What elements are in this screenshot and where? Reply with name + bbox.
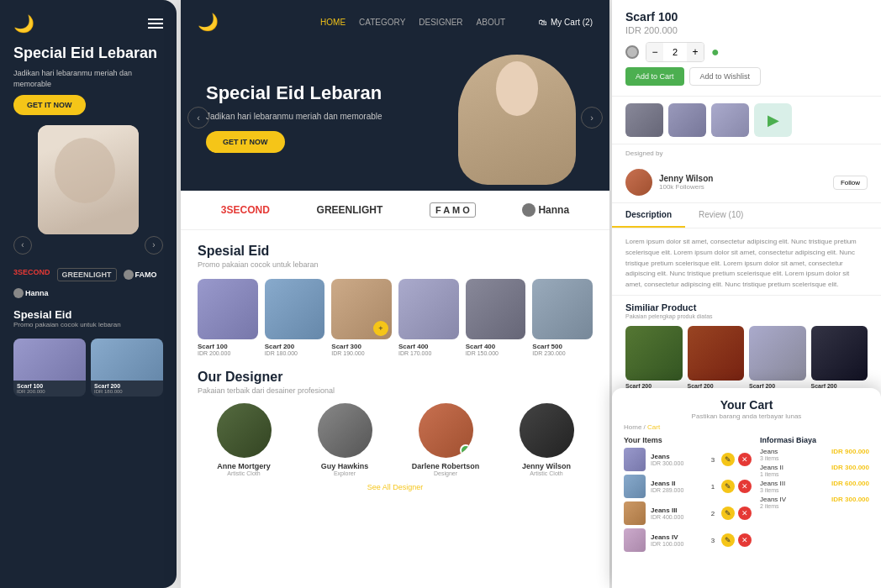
designer-card-2[interactable]: Guy Hawkins Explorer bbox=[298, 403, 391, 476]
cart-item-img-3 bbox=[624, 501, 646, 525]
brand-famo: F A M O bbox=[430, 202, 476, 218]
tab-review[interactable]: Review (10) bbox=[685, 203, 757, 228]
similar-card-1[interactable]: Scarf 200 IDR 200.000 bbox=[625, 326, 683, 394]
mobile-hero: Special Eid Lebaran Jadikan hari lebaran… bbox=[13, 44, 163, 115]
similar-card-3[interactable]: Scarf 200 IDR 238.000 bbox=[749, 326, 806, 394]
qty-decrease[interactable]: − bbox=[646, 43, 663, 61]
product-strip-play[interactable]: ▶ bbox=[754, 103, 792, 137]
hero-prev-button[interactable]: ‹ bbox=[187, 107, 209, 129]
nav-about[interactable]: ABOUT bbox=[477, 18, 505, 27]
product-tabs: Description Review (10) bbox=[612, 203, 881, 228]
summary-row-3: Jeans III 3 items IDR 600.000 bbox=[760, 480, 869, 493]
product-name-1: Scarf 100 bbox=[198, 343, 258, 350]
mobile-product-card-1[interactable]: Scarf 100 IDR 200.000 bbox=[13, 339, 86, 396]
hero-image bbox=[450, 50, 584, 185]
add-to-wishlist-button[interactable]: Add to Wishlist bbox=[689, 67, 762, 86]
cart-panel-subtitle: Pastikan barang anda terbayar lunas bbox=[624, 412, 869, 420]
qty-value: 2 bbox=[663, 47, 687, 57]
cart-edit-3[interactable]: ✎ bbox=[721, 507, 735, 520]
summary-label-2: Jeans II bbox=[760, 464, 783, 471]
designer-card-4[interactable]: Jenny Wilson Artistic Cloth bbox=[500, 403, 593, 476]
cart-edit-1[interactable]: ✎ bbox=[721, 453, 735, 466]
breadcrumb-home[interactable]: Home bbox=[624, 423, 641, 431]
mobile-next-arrow[interactable]: › bbox=[145, 236, 163, 255]
designer-card-1[interactable]: Anne Mortgery Artistic Cloth bbox=[198, 403, 290, 476]
summary-amount-4: IDR 300.000 bbox=[831, 496, 869, 509]
summary-amount-1: IDR 900.000 bbox=[831, 448, 869, 461]
cart-item-img-1 bbox=[624, 448, 646, 471]
cart-delete-2[interactable]: ✕ bbox=[738, 480, 752, 493]
mobile-logo: 🌙 bbox=[13, 13, 34, 34]
pd-controls: − 2 + ● bbox=[625, 42, 868, 62]
designer-name-4: Jenny Wilson bbox=[500, 462, 593, 470]
nav-home[interactable]: HOME bbox=[320, 18, 346, 27]
product-price-2: IDR 180.000 bbox=[265, 350, 325, 356]
cart-item-name-1: Jeans bbox=[651, 453, 703, 460]
designer-followers: 100k Followers bbox=[659, 183, 826, 191]
similar-title: Similiar Product bbox=[625, 302, 868, 312]
cart-delete-4[interactable]: ✕ bbox=[738, 533, 752, 547]
cart-edit-2[interactable]: ✎ bbox=[721, 480, 735, 493]
cart-item-controls-4: 3 ✎ ✕ bbox=[708, 533, 752, 547]
nav-category[interactable]: CATEGORY bbox=[359, 18, 405, 27]
cart-item-controls-1: 3 ✎ ✕ bbox=[708, 453, 752, 466]
mobile-hero-image bbox=[38, 125, 139, 234]
tab-description[interactable]: Description bbox=[612, 203, 685, 228]
hero-next-button[interactable]: › bbox=[581, 107, 603, 129]
mobile-brand-hanna: Hanna bbox=[13, 288, 49, 298]
product-strip-img-1[interactable] bbox=[625, 103, 663, 137]
mobile-hero-subtitle: Jadikan hari lebaranmu meriah dan memora… bbox=[13, 68, 163, 89]
cart-item-img-2 bbox=[624, 475, 646, 498]
cart-qty-4: 3 bbox=[708, 537, 718, 544]
cart-delete-3[interactable]: ✕ bbox=[738, 507, 752, 520]
product-price-1: IDR 200.000 bbox=[198, 350, 258, 356]
cart-item-controls-2: 1 ✎ ✕ bbox=[708, 480, 752, 493]
designer-name-3: Darlene Robertson bbox=[399, 462, 492, 470]
product-name-4: Scarf 400 bbox=[398, 343, 459, 350]
similar-card-2[interactable]: Scarf 200 IDR 200.000 bbox=[688, 326, 745, 394]
designer-name-1: Anne Mortgery bbox=[198, 462, 290, 470]
product-card-4[interactable]: Scarf 400 IDR 170.000 bbox=[398, 279, 459, 356]
product-card-3[interactable]: + Scarf 300 IDR 190.000 bbox=[331, 279, 392, 356]
cart-qty-2: 1 bbox=[708, 483, 718, 491]
product-card-1[interactable]: Scarf 100 IDR 200.000 bbox=[198, 279, 258, 356]
cart-qty-1: 3 bbox=[708, 456, 718, 464]
mobile-product-card-2[interactable]: Scarf 200 IDR 180.000 bbox=[91, 339, 163, 396]
add-to-cart-button[interactable]: Add to Cart bbox=[625, 67, 684, 86]
hamburger-menu[interactable] bbox=[148, 18, 163, 29]
designer-card-3[interactable]: Darlene Robertson Designer bbox=[399, 403, 492, 476]
cart-item-info-4: Jeans IV IDR 100.000 bbox=[651, 533, 703, 547]
similar-subtitle: Pakaian pelengkap produk diatas bbox=[625, 313, 868, 319]
follow-button[interactable]: Follow bbox=[833, 176, 868, 190]
products-grid: Scarf 100 IDR 200.000 Scarf 200 IDR 180.… bbox=[198, 279, 593, 356]
mobile-cta-button[interactable]: GET IT NOW bbox=[13, 95, 86, 115]
product-price-3: IDR 190.000 bbox=[331, 350, 392, 356]
see-all-designer-link[interactable]: See All Designer bbox=[198, 483, 593, 491]
color-swatch[interactable] bbox=[625, 45, 639, 59]
mobile-prev-arrow[interactable]: ‹ bbox=[13, 236, 32, 255]
product-strip-img-3[interactable] bbox=[711, 103, 749, 137]
similar-grid: Scarf 200 IDR 200.000 Scarf 200 IDR 200.… bbox=[625, 326, 868, 394]
similar-img-1 bbox=[625, 326, 683, 381]
cart-item-4: Jeans IV IDR 100.000 3 ✎ ✕ bbox=[624, 528, 752, 552]
designer-info: Jenny Wilson 100k Followers bbox=[659, 174, 826, 191]
product-strip-img-2[interactable] bbox=[668, 103, 706, 137]
similar-card-4[interactable]: Scarf 200 IDR 200.000 bbox=[811, 326, 868, 394]
hero-cta-button[interactable]: GET IT NOW bbox=[206, 131, 285, 153]
product-card-2[interactable]: Scarf 200 IDR 180.000 bbox=[265, 279, 325, 356]
cart-icon[interactable]: 🛍 My Cart (2) bbox=[539, 18, 593, 27]
qty-increase[interactable]: + bbox=[687, 43, 704, 61]
cart-item-3: Jeans III IDR 400.000 2 ✎ ✕ bbox=[624, 501, 752, 525]
cart-edit-4[interactable]: ✎ bbox=[721, 533, 735, 547]
cart-summary: Informasi Biaya Jeans 3 items IDR 900.00… bbox=[760, 436, 869, 555]
breadcrumb-cart: Cart bbox=[647, 423, 660, 431]
nav-designer[interactable]: DESIGNER bbox=[419, 18, 462, 27]
product-card-6[interactable]: Scarf 500 IDR 230.000 bbox=[532, 279, 593, 356]
hero-text: Special Eid Lebaran Jadikan hari lebaran… bbox=[206, 81, 450, 154]
product-card-5[interactable]: Scarf 400 IDR 150.000 bbox=[466, 279, 526, 356]
cart-item-info-3: Jeans III IDR 400.000 bbox=[651, 507, 703, 520]
summary-label-1: Jeans bbox=[760, 448, 779, 455]
whatsapp-icon[interactable]: ● bbox=[711, 45, 720, 60]
products-section: Spesial Eid Promo pakaian cocok untuk le… bbox=[181, 230, 609, 370]
cart-delete-1[interactable]: ✕ bbox=[738, 453, 752, 466]
